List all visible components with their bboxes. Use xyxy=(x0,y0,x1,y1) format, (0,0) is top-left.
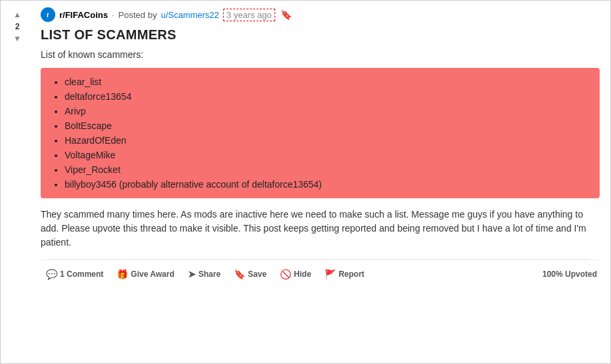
scammer-list-item: billyboy3456 (probably alternative accou… xyxy=(65,177,589,192)
save-button[interactable]: 🔖Save xyxy=(229,266,272,283)
save-icon: 🔖 xyxy=(234,269,245,279)
comment-label: 1 Comment xyxy=(60,270,103,279)
comment-button[interactable]: 💬1 Comment xyxy=(41,266,109,283)
meta-separator: · xyxy=(112,10,115,20)
hide-label: Hide xyxy=(294,270,311,279)
award-icon: 🎁 xyxy=(117,269,128,279)
scammer-list-item: BoltEscape xyxy=(65,118,589,133)
share-label: Share xyxy=(199,270,221,279)
scammer-list-container: clear_listdeltaforce13654ArivpBoltEscape… xyxy=(41,68,600,198)
timestamp: 3 years ago xyxy=(223,9,275,21)
username[interactable]: u/Scammers22 xyxy=(161,10,219,20)
share-button[interactable]: ➤Share xyxy=(183,266,226,283)
share-icon: ➤ xyxy=(188,269,196,279)
post-title: LIST OF SCAMMERS xyxy=(41,27,600,43)
save-label: Save xyxy=(248,270,267,279)
vote-count: 2 xyxy=(15,22,20,31)
post-container: ▲ 2 ▼ r r/FIFACoins · Posted by u/Scamme… xyxy=(0,0,611,364)
subreddit-name[interactable]: r/FIFACoins xyxy=(59,10,108,20)
upvote-button[interactable]: ▲ xyxy=(11,9,23,21)
report-button[interactable]: 🚩Report xyxy=(319,266,370,283)
award-button[interactable]: 🎁Give Award xyxy=(111,266,179,283)
downvote-button[interactable]: ▼ xyxy=(11,33,23,45)
subreddit-icon: r xyxy=(41,7,55,22)
main-content: r r/FIFACoins · Posted by u/Scammers22 3… xyxy=(34,1,610,296)
vote-column: ▲ 2 ▼ xyxy=(11,9,23,45)
upvote-percentage: 100% Upvoted xyxy=(542,270,600,279)
scammer-list-item: Arivp xyxy=(65,104,589,118)
bookmark-icon[interactable]: 🔖 xyxy=(281,9,292,20)
scammer-list-item: Viper_Rocket xyxy=(65,162,589,177)
scammer-list: clear_listdeltaforce13654ArivpBoltEscape… xyxy=(51,75,589,192)
post-meta: r r/FIFACoins · Posted by u/Scammers22 3… xyxy=(41,7,600,22)
hide-button[interactable]: 🚫Hide xyxy=(275,266,316,283)
post-intro: List of known scammers: xyxy=(41,49,600,60)
scammer-list-item: VoltageMike xyxy=(65,148,589,162)
scammer-list-item: deltaforce13654 xyxy=(65,89,589,104)
report-label: Report xyxy=(338,270,364,279)
comment-icon: 💬 xyxy=(46,269,57,279)
post-body: They scammed many times here. As mods ar… xyxy=(41,208,600,250)
posted-by-label: Posted by xyxy=(119,10,157,20)
action-bar: 💬1 Comment🎁Give Award➤Share🔖Save🚫Hide🚩Re… xyxy=(41,260,600,289)
award-label: Give Award xyxy=(131,270,174,279)
report-icon: 🚩 xyxy=(324,269,336,279)
scammer-list-item: HazardOfEden xyxy=(65,133,589,148)
scammer-list-item: clear_list xyxy=(65,75,589,89)
hide-icon: 🚫 xyxy=(280,269,291,279)
